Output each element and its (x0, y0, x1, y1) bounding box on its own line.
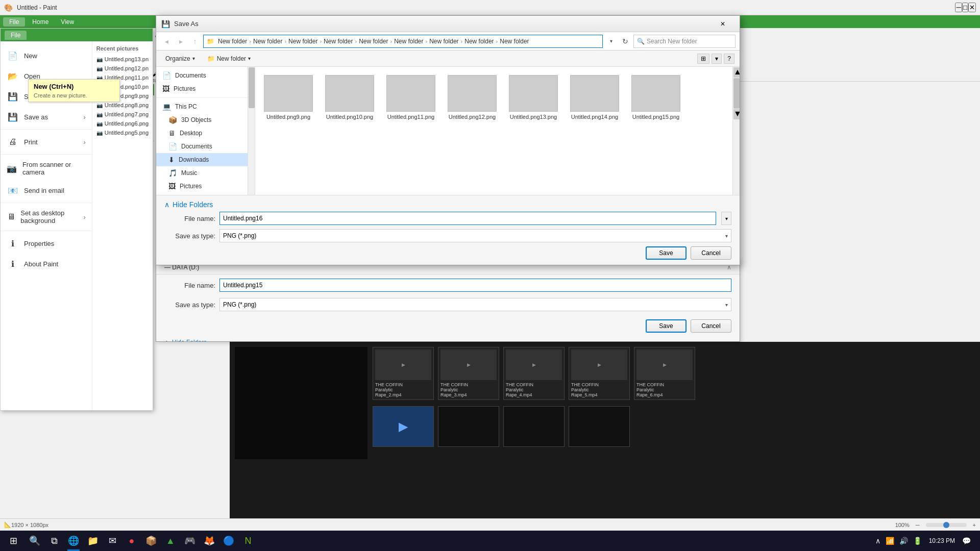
file-thumb-10[interactable]: Untitled.png10.png (322, 72, 378, 123)
dialog2-cancel-btn[interactable]: Cancel (691, 319, 731, 333)
start-button[interactable]: ⊞ (3, 531, 23, 551)
taskbar-task-view[interactable]: ⧉ (45, 531, 63, 551)
file-thumb-9[interactable]: Untitled.png9.png (260, 72, 316, 123)
taskbar-blue[interactable]: 🔵 (219, 531, 238, 551)
path-seg-8[interactable]: New folder (463, 37, 495, 46)
taskbar-nvidia[interactable]: N (239, 531, 257, 551)
filename-input[interactable] (219, 212, 716, 225)
view-dropdown-btn[interactable]: ▾ (712, 54, 722, 64)
taskbar-steam[interactable]: 🎮 (181, 531, 199, 551)
path-seg-4[interactable]: New folder (322, 37, 354, 46)
zoom-thumb[interactable] (943, 522, 949, 528)
taskbar-search[interactable]: 🔍 (26, 531, 44, 551)
content-scroll[interactable]: ▲ ▼ (732, 67, 740, 195)
save-btn[interactable]: Save (646, 246, 687, 260)
content-scroll-thumb[interactable] (733, 78, 740, 109)
file-thumb-14[interactable]: Untitled.png14.png (567, 72, 623, 123)
hide-folders-row[interactable]: ∧ Hide Folders (164, 201, 731, 209)
panel-3d-objects[interactable]: 📦 3D Objects (156, 113, 248, 127)
video-thumb-4[interactable]: ▶ THE COFFINParalyticRape_5.mp4 (569, 347, 630, 400)
scroll-down-arrow[interactable]: ▼ (733, 109, 740, 119)
sys-network[interactable]: 📶 (884, 537, 896, 545)
video-thumb-3[interactable]: ▶ THE COFFINParalyticRape_4.mp4 (503, 347, 565, 400)
taskbar-firefox[interactable]: 🦊 (200, 531, 218, 551)
recent-7[interactable]: 📷 Untitled.png7.png (96, 110, 149, 119)
panel-pictures-pc[interactable]: 🖼 Pictures (156, 180, 248, 193)
minimize-main[interactable]: ─ (955, 3, 962, 12)
taskbar-clock[interactable]: 10:23 PM (926, 537, 958, 544)
dialog2-hide-folders[interactable]: ∧ Hide Folders (156, 337, 740, 342)
menu-about[interactable]: ℹ About Paint (1, 254, 92, 274)
path-seg-3[interactable]: New folder (287, 37, 319, 46)
path-seg-9[interactable]: New folder (498, 37, 530, 46)
new-folder-btn[interactable]: 📁 New folder (203, 54, 255, 64)
panel-desktop[interactable]: 🖥 Desktop (156, 127, 248, 140)
recent-9[interactable]: 📷 Untitled.png5.png (96, 128, 149, 137)
menu-print[interactable]: 🖨 Print (1, 132, 92, 152)
path-seg-1[interactable]: New folder (216, 37, 249, 46)
zoom-minus[interactable]: ─ (916, 522, 920, 528)
sys-battery[interactable]: 🔋 (911, 537, 924, 545)
search-box[interactable]: 🔍 Search New folder (633, 35, 736, 48)
maximize-main[interactable]: □ (962, 3, 968, 12)
cancel-btn[interactable]: Cancel (691, 246, 731, 260)
filename-dropdown-btn[interactable]: ▾ (721, 212, 731, 225)
file-menu-tab-label[interactable]: File (5, 31, 27, 40)
file-thumb-13[interactable]: Untitled.png13.png (505, 72, 561, 123)
left-panel-scroll[interactable] (248, 67, 255, 195)
taskbar-explorer[interactable]: 📁 (84, 531, 102, 551)
video-thumb-2[interactable]: ▶ THE COFFINParalyticRape_3.mp4 (438, 347, 499, 400)
taskbar-edge[interactable]: 🌐 (64, 531, 83, 551)
nav-forward-btn[interactable]: ▸ (175, 35, 187, 47)
menu-new[interactable]: 📄 New (1, 45, 92, 66)
nav-up-btn[interactable]: ↑ (189, 35, 201, 47)
recent-2[interactable]: 📷 Untitled.png12.pn (96, 64, 149, 73)
video-thumb-5[interactable]: ▶ THE COFFINParalyticRape_6.mp4 (634, 347, 695, 400)
menu-email[interactable]: 📧 Send in email (1, 180, 92, 201)
menu-scanner[interactable]: 📷 From scanner or camera (1, 157, 92, 180)
sys-chevron[interactable]: ∧ (873, 537, 883, 545)
recent-8[interactable]: 📷 Untitled.png6.png (96, 119, 149, 128)
panel-music[interactable]: 🎵 Music (156, 166, 248, 180)
refresh-btn[interactable]: ↻ (619, 35, 631, 47)
video-thumb-1[interactable]: ▶ THE COFFINParalyticRape_2.mp4 (373, 347, 434, 400)
menu-desktop-bg[interactable]: 🖥 Set as desktop background (1, 205, 92, 229)
path-seg-6[interactable]: New folder (393, 37, 425, 46)
panel-this-pc[interactable]: 💻 This PC (156, 100, 248, 113)
view-menu-tab[interactable]: View (56, 17, 79, 27)
file-thumb-15[interactable]: Untitled.png15.png (628, 72, 684, 123)
dialog-close-btn[interactable]: ✕ (711, 16, 734, 32)
left-scroll-thumb[interactable] (249, 67, 255, 108)
home-menu-tab[interactable]: Home (27, 17, 54, 27)
panel-downloads[interactable]: ⬇ Downloads (156, 153, 248, 166)
panel-pictures[interactable]: 🖼 Pictures (156, 82, 248, 95)
help-btn[interactable]: ? (724, 54, 734, 64)
nav-back-btn[interactable]: ◂ (160, 35, 173, 47)
filetype-select[interactable]: PNG (*.png) ▾ (219, 229, 731, 242)
notification-icon[interactable]: 💬 (960, 537, 973, 545)
dialog2-save-btn[interactable]: Save (646, 319, 687, 333)
zoom-slider[interactable] (926, 523, 967, 527)
recent-1[interactable]: 📷 Untitled.png13.pn (96, 55, 149, 64)
file-menu-tab[interactable]: File (3, 17, 25, 27)
dialog2-filename-input[interactable] (219, 279, 731, 292)
scroll-up-arrow[interactable]: ▲ (733, 67, 740, 78)
taskbar-dropbox[interactable]: 📦 (142, 531, 160, 551)
path-seg-7[interactable]: New folder (428, 37, 460, 46)
zoom-plus[interactable]: + (973, 522, 976, 528)
panel-docs[interactable]: 📄 Documents (156, 140, 248, 153)
menu-save-as[interactable]: 💾 Save as (1, 107, 92, 127)
file-thumb-11[interactable]: Untitled.png11.png (383, 72, 439, 123)
file-thumb-12[interactable]: Untitled.png12.png (444, 72, 500, 123)
sys-speaker[interactable]: 🔊 (897, 537, 910, 545)
close-main[interactable]: ✕ (968, 3, 976, 12)
taskbar-mail[interactable]: ✉ (103, 531, 121, 551)
taskbar-green[interactable]: ▲ (161, 531, 180, 551)
taskbar-red-icon[interactable]: ● (122, 531, 141, 551)
path-seg-2[interactable]: New folder (252, 37, 284, 46)
view-toggle-btn[interactable]: ⊞ (697, 54, 709, 64)
path-seg-5[interactable]: New folder (357, 37, 389, 46)
address-dropdown-btn[interactable]: ▾ (605, 35, 617, 47)
panel-documents[interactable]: 📄 Documents (156, 69, 248, 82)
menu-properties[interactable]: ℹ Properties (1, 233, 92, 254)
